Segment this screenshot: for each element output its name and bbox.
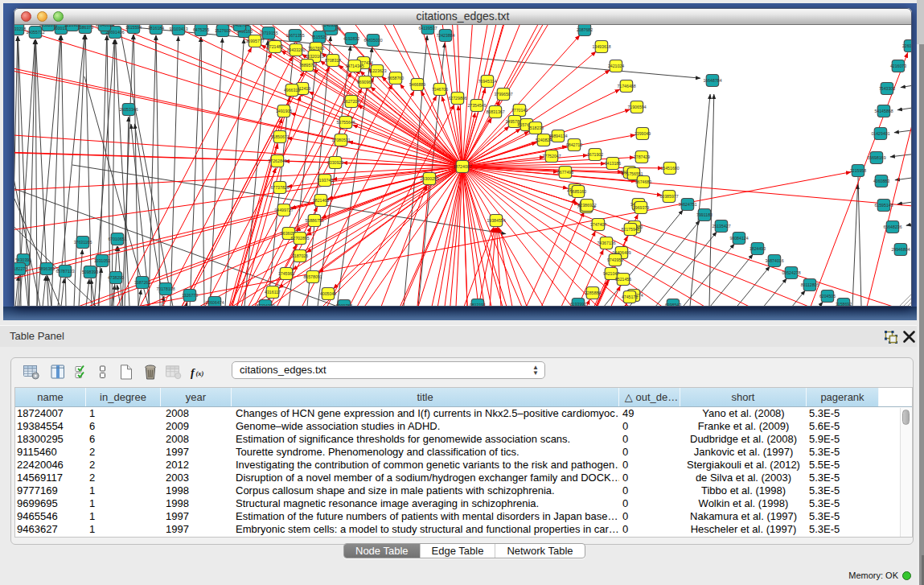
svg-text:64139537: 64139537	[418, 26, 437, 31]
svg-text:16671355: 16671355	[285, 33, 304, 38]
svg-text:1527602: 1527602	[215, 28, 231, 33]
svg-text:9743953: 9743953	[607, 257, 623, 262]
svg-text:13493618: 13493618	[592, 44, 610, 49]
svg-text:51850671: 51850671	[270, 134, 289, 139]
svg-text:9413186: 9413186	[605, 161, 621, 166]
svg-text:72423884: 72423884	[436, 33, 454, 38]
svg-text:36995777: 36995777	[245, 39, 264, 43]
svg-text:8721489: 8721489	[267, 44, 283, 49]
svg-text:62386922: 62386922	[577, 203, 596, 208]
svg-text:9821465: 9821465	[313, 198, 329, 203]
svg-text:18724007: 18724007	[453, 164, 471, 169]
svg-text:7182278: 7182278	[14, 266, 27, 271]
svg-text:7991183: 7991183	[696, 212, 713, 217]
svg-text:(x): (x)	[196, 369, 204, 377]
svg-text:3387262: 3387262	[134, 280, 150, 285]
svg-text:61595148: 61595148	[874, 203, 893, 208]
svg-text:6998543: 6998543	[665, 303, 681, 307]
svg-text:1399049: 1399049	[634, 131, 651, 136]
svg-text:67010651: 67010651	[108, 237, 126, 241]
svg-text:3747407: 3747407	[590, 222, 606, 227]
svg-text:53755646: 53755646	[336, 120, 355, 125]
svg-text:2087682: 2087682	[577, 27, 593, 32]
svg-text:77752047: 77752047	[542, 154, 561, 159]
svg-text:97848018: 97848018	[95, 25, 113, 27]
svg-text:0433218: 0433218	[14, 27, 26, 31]
svg-text:82175946: 82175946	[621, 227, 639, 232]
svg-text:60385977: 60385977	[659, 194, 678, 199]
svg-text:1615594: 1615594	[125, 25, 142, 30]
svg-text:7193745: 7193745	[317, 178, 333, 183]
svg-text:6204505: 6204505	[819, 294, 836, 299]
svg-text:37631165: 37631165	[74, 240, 92, 245]
svg-text:37996507: 37996507	[494, 92, 512, 97]
svg-text:17080531: 17080531	[331, 138, 350, 142]
svg-text:51462704: 51462704	[230, 25, 248, 27]
svg-text:4738299: 4738299	[108, 275, 124, 280]
svg-text:1226916: 1226916	[64, 25, 80, 27]
svg-text:1671902: 1671902	[587, 152, 603, 157]
svg-text:5009788: 5009788	[336, 303, 352, 307]
svg-text:6475255: 6475255	[193, 27, 209, 32]
svg-text:2260256: 2260256	[902, 43, 912, 48]
svg-text:65787133: 65787133	[55, 269, 74, 274]
svg-text:4896383: 4896383	[39, 266, 55, 271]
svg-text:4060883: 4060883	[873, 179, 889, 183]
svg-text:76945314: 76945314	[478, 79, 496, 84]
svg-text:2421024: 2421024	[608, 64, 624, 68]
svg-text:27354549: 27354549	[467, 103, 486, 108]
svg-text:34624751: 34624751	[678, 202, 696, 207]
svg-text:87234309: 87234309	[256, 303, 274, 307]
svg-text:98084124: 98084124	[729, 236, 748, 241]
svg-text:54145868: 54145868	[874, 109, 893, 113]
svg-text:55698169: 55698169	[867, 155, 885, 160]
svg-text:01429401: 01429401	[871, 131, 889, 136]
svg-text:7770143: 7770143	[511, 108, 528, 113]
svg-text:02606474: 02606474	[205, 300, 224, 305]
svg-text:76320163: 76320163	[305, 54, 323, 59]
svg-text:96532871: 96532871	[39, 25, 57, 27]
svg-text:10719155: 10719155	[259, 31, 277, 35]
svg-text:1491905: 1491905	[276, 109, 292, 113]
svg-text:8677496: 8677496	[557, 170, 573, 175]
svg-text:6658760: 6658760	[388, 76, 404, 80]
svg-text:0812191: 0812191	[470, 303, 486, 307]
svg-text:80831367: 80831367	[486, 109, 504, 114]
svg-text:55886753: 55886753	[305, 218, 323, 223]
svg-text:6690967: 6690967	[357, 80, 373, 84]
svg-text:81223623: 81223623	[368, 68, 386, 73]
svg-text:3215958: 3215958	[850, 168, 866, 173]
svg-text:4005045: 4005045	[320, 291, 336, 296]
svg-text:34714345: 34714345	[345, 64, 363, 68]
svg-text:25135427: 25135427	[712, 224, 730, 229]
svg-text:1745961: 1745961	[278, 271, 294, 276]
svg-text:64835030: 64835030	[363, 38, 382, 43]
svg-text:74367136: 74367136	[597, 241, 615, 245]
svg-text:86578091: 86578091	[303, 274, 322, 279]
svg-text:00524278: 00524278	[782, 270, 800, 275]
svg-text:14055712: 14055712	[26, 30, 44, 35]
svg-text:5466889: 5466889	[409, 82, 425, 87]
svg-text:34874016: 34874016	[765, 258, 783, 263]
svg-text:5098393: 5098393	[82, 270, 98, 274]
svg-text:4216073: 4216073	[890, 64, 906, 68]
svg-text:1824493: 1824493	[749, 246, 766, 251]
svg-text:71906594: 71906594	[627, 105, 646, 109]
svg-text:4192832: 4192832	[343, 36, 359, 41]
svg-text:0330923: 0330923	[327, 160, 343, 165]
svg-text:8148932: 8148932	[322, 25, 338, 27]
svg-text:7346706: 7346706	[432, 87, 448, 92]
svg-text:16648784: 16648784	[703, 78, 721, 83]
svg-text:80112805: 80112805	[801, 282, 819, 287]
svg-text:26053346: 26053346	[119, 107, 138, 112]
svg-text:4316117: 4316117	[265, 290, 281, 295]
svg-text:67737826: 67737826	[270, 185, 289, 190]
svg-text:7543303: 7543303	[879, 86, 895, 91]
svg-text:7515526: 7515526	[311, 35, 327, 39]
svg-text:15451680: 15451680	[660, 166, 679, 171]
svg-text:1031051: 1031051	[94, 258, 110, 263]
svg-text:57262849: 57262849	[268, 159, 286, 163]
svg-text:1326773: 1326773	[182, 293, 198, 298]
svg-text:2787429: 2787429	[634, 154, 650, 159]
svg-text:1969379: 1969379	[633, 205, 649, 210]
